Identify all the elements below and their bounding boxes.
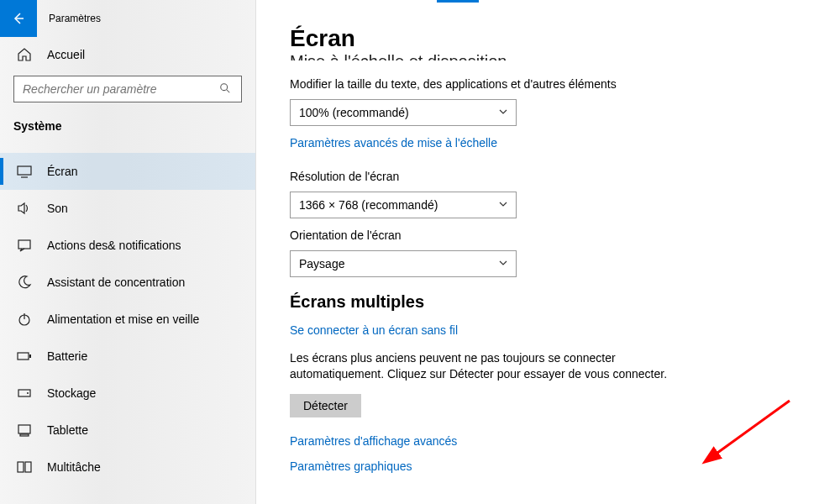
search-icon xyxy=(219,82,233,96)
sidebar-item-concentration[interactable]: Assistant de concentration xyxy=(0,264,255,301)
home-button[interactable]: Accueil xyxy=(0,37,255,72)
svg-line-2 xyxy=(227,90,230,93)
graphics-settings-link[interactable]: Paramètres graphiques xyxy=(290,459,815,473)
detect-button[interactable]: Détecter xyxy=(290,394,361,417)
content-area: Écran Mise à l'échelle et disposition Mo… xyxy=(256,0,840,504)
sidebar-item-label: Stockage xyxy=(47,386,96,400)
sidebar-item-label: Assistant de concentration xyxy=(47,276,185,289)
sidebar: Paramètres Accueil Système Écran xyxy=(0,0,256,504)
svg-rect-14 xyxy=(18,462,24,472)
resolution-select[interactable]: 1366 × 768 (recommandé) xyxy=(290,192,517,218)
multitask-icon xyxy=(17,459,32,475)
home-label: Accueil xyxy=(47,48,85,61)
chevron-down-icon xyxy=(499,108,507,118)
moon-icon xyxy=(17,275,32,290)
battery-icon xyxy=(17,349,32,364)
svg-rect-12 xyxy=(18,425,30,433)
sidebar-item-label: Multitâche xyxy=(47,460,101,474)
scale-advanced-link[interactable]: Paramètres avancés de mise à l'échelle xyxy=(290,136,497,150)
sidebar-item-ecran[interactable]: Écran xyxy=(0,153,255,190)
search-input[interactable] xyxy=(23,82,212,96)
scale-label: Modifier la taille du texte, des applica… xyxy=(290,77,815,91)
arrow-left-icon xyxy=(12,12,25,25)
svg-rect-5 xyxy=(18,240,30,249)
sidebar-item-label: Actions des& notifications xyxy=(47,239,181,252)
sidebar-item-alimentation[interactable]: Alimentation et mise en veille xyxy=(0,301,255,338)
sidebar-item-son[interactable]: Son xyxy=(0,190,255,227)
titlebar: Paramètres xyxy=(0,0,255,37)
sidebar-item-multitache[interactable]: Multitâche xyxy=(0,449,255,486)
orientation-select[interactable]: Paysage xyxy=(290,250,517,277)
section-heading-partial: Mise à l'échelle et disposition xyxy=(290,47,815,60)
sidebar-item-label: Batterie xyxy=(47,349,87,363)
svg-rect-13 xyxy=(20,434,29,436)
power-icon xyxy=(17,312,32,327)
sidebar-item-notifications[interactable]: Actions des& notifications xyxy=(0,227,255,264)
sidebar-item-tablette[interactable]: Tablette xyxy=(0,412,255,449)
svg-rect-9 xyxy=(29,354,31,358)
tablet-icon xyxy=(17,423,32,438)
sidebar-item-label: Écran xyxy=(47,165,78,178)
svg-rect-8 xyxy=(18,353,29,360)
back-button[interactable] xyxy=(0,0,37,37)
svg-point-1 xyxy=(221,84,228,91)
chevron-down-icon xyxy=(499,259,507,269)
notifications-icon xyxy=(17,238,32,253)
resolution-label: Résolution de l'écran xyxy=(290,170,815,183)
orientation-label: Orientation de l'écran xyxy=(290,228,815,242)
scale-value: 100% (recommandé) xyxy=(299,106,409,119)
sidebar-item-stockage[interactable]: Stockage xyxy=(0,375,255,412)
sidebar-item-label: Son xyxy=(47,202,68,215)
scale-select[interactable]: 100% (recommandé) xyxy=(290,99,517,126)
multiple-displays-heading: Écrans multiples xyxy=(290,292,815,312)
wireless-display-link[interactable]: Se connecter à un écran sans fil xyxy=(290,323,458,337)
sidebar-item-label: Tablette xyxy=(47,423,88,437)
svg-rect-3 xyxy=(18,166,31,175)
resolution-value: 1366 × 768 (recommandé) xyxy=(299,198,438,212)
svg-point-11 xyxy=(27,392,29,394)
search-box[interactable] xyxy=(13,76,242,102)
svg-rect-15 xyxy=(25,462,31,472)
display-icon xyxy=(17,164,32,179)
section-label: Système xyxy=(0,114,255,153)
sidebar-item-label: Alimentation et mise en veille xyxy=(47,312,199,326)
detect-description: Les écrans plus anciens peuvent ne pas t… xyxy=(290,350,693,382)
home-icon xyxy=(17,47,32,62)
orientation-value: Paysage xyxy=(299,257,344,270)
advanced-display-link[interactable]: Paramètres d'affichage avancés xyxy=(290,434,815,448)
app-title: Paramètres xyxy=(37,13,101,24)
sound-icon xyxy=(17,201,32,216)
chevron-down-icon xyxy=(499,200,507,210)
sidebar-item-batterie[interactable]: Batterie xyxy=(0,338,255,375)
storage-icon xyxy=(17,386,32,401)
